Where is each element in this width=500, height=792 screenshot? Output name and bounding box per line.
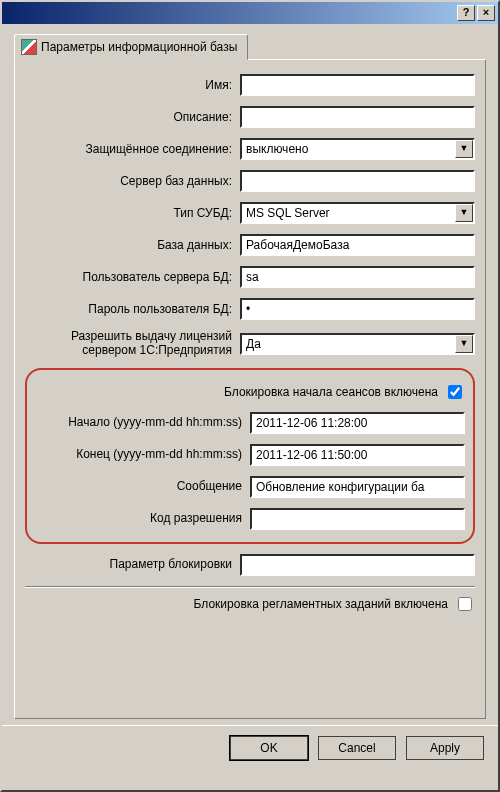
lock-param-label: Параметр блокировки: [25, 557, 240, 571]
dbserver-input[interactable]: [240, 170, 475, 192]
dbname-input[interactable]: [240, 234, 475, 256]
content-area: Параметры информационной базы Имя: Описа…: [2, 24, 498, 725]
help-button[interactable]: ?: [457, 5, 475, 21]
dbpass-input[interactable]: [240, 298, 475, 320]
chevron-down-icon[interactable]: ▼: [455, 335, 473, 353]
tab-panel: Имя: Описание: Защищённое соединение: ▼ …: [14, 59, 486, 719]
infobase-icon: [21, 39, 37, 55]
lock-start-label: Начало (yyyy-mm-dd hh:mm:ss): [35, 415, 250, 429]
separator: [25, 586, 475, 588]
tab-strip: Параметры информационной базы: [14, 34, 486, 60]
license-label: Разрешить выдачу лицензий сервером 1С:Пр…: [25, 330, 240, 358]
titlebar: ? ×: [2, 2, 498, 24]
desc-input[interactable]: [240, 106, 475, 128]
lock-start-input[interactable]: [250, 412, 465, 434]
dbuser-input[interactable]: [240, 266, 475, 288]
dbuser-label: Пользователь сервера БД:: [25, 270, 240, 284]
regjobs-lock-checkbox[interactable]: [458, 597, 472, 611]
dialog: ? × Параметры информационной базы Имя: О…: [0, 0, 500, 792]
chevron-down-icon[interactable]: ▼: [455, 204, 473, 222]
lock-enabled-checkbox[interactable]: [448, 385, 462, 399]
apply-button[interactable]: Apply: [406, 736, 484, 760]
secure-conn-label: Защищённое соединение:: [25, 142, 240, 156]
name-label: Имя:: [25, 78, 240, 92]
button-bar: OK Cancel Apply: [2, 725, 498, 770]
lock-message-label: Сообщение: [35, 479, 250, 493]
desc-label: Описание:: [25, 110, 240, 124]
tab-label: Параметры информационной базы: [41, 40, 237, 54]
dbserver-label: Сервер баз данных:: [25, 174, 240, 188]
dbms-combo[interactable]: [240, 202, 475, 224]
regjobs-lock-label: Блокировка регламентных заданий включена: [194, 597, 448, 611]
dbname-label: База данных:: [25, 238, 240, 252]
session-lock-section: Блокировка начала сеансов включена Начал…: [25, 368, 475, 544]
lock-enabled-label: Блокировка начала сеансов включена: [224, 385, 438, 399]
cancel-button[interactable]: Cancel: [318, 736, 396, 760]
name-input[interactable]: [240, 74, 475, 96]
lock-param-input[interactable]: [240, 554, 475, 576]
lock-end-label: Конец (yyyy-mm-dd hh:mm:ss): [35, 447, 250, 461]
lock-code-label: Код разрешения: [35, 511, 250, 525]
dbms-label: Тип СУБД:: [25, 206, 240, 220]
secure-conn-combo[interactable]: [240, 138, 475, 160]
lock-code-input[interactable]: [250, 508, 465, 530]
lock-message-input[interactable]: [250, 476, 465, 498]
tab-infobase-params[interactable]: Параметры информационной базы: [14, 34, 248, 60]
license-combo[interactable]: [240, 333, 475, 355]
close-button[interactable]: ×: [477, 5, 495, 21]
chevron-down-icon[interactable]: ▼: [455, 140, 473, 158]
lock-end-input[interactable]: [250, 444, 465, 466]
dbpass-label: Пароль пользователя БД:: [25, 302, 240, 316]
ok-button[interactable]: OK: [230, 736, 308, 760]
